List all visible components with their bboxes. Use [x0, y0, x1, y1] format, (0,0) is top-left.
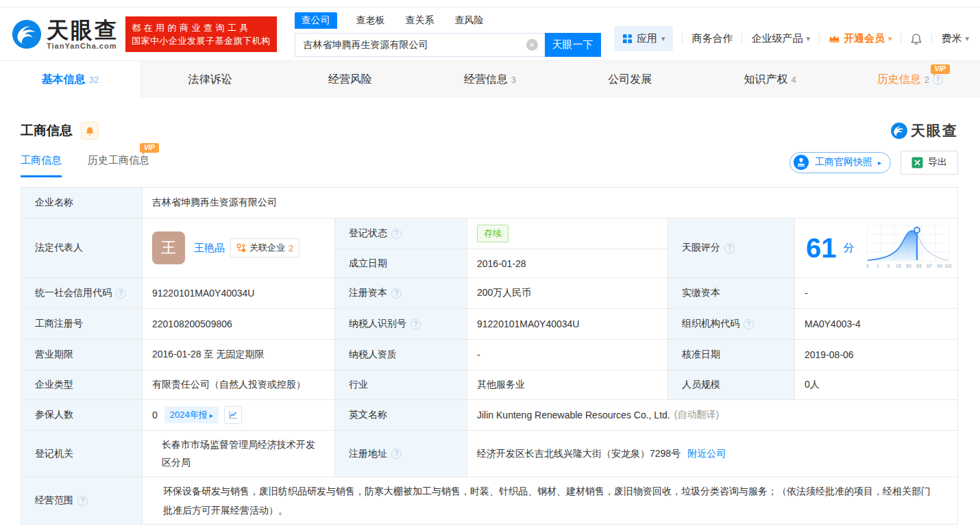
label-text: 纳税人识别号 — [349, 318, 406, 330]
help-icon[interactable]: ? — [744, 319, 754, 329]
field-label-registration-status: 登记状态 ? — [335, 218, 467, 249]
subtab-history-business-info[interactable]: VIP 历史工商信息 — [88, 154, 149, 177]
field-value-registered-address: 经济开发区长吉北线兴隆大街（安龙泉）7298号 附近公司 — [467, 431, 957, 477]
help-icon[interactable]: ? — [77, 496, 88, 506]
search-tab-boss[interactable]: 查老板 — [355, 12, 387, 29]
search-button[interactable]: 天眼一下 — [545, 33, 601, 57]
field-value-legal-representative: 王 王艳晶 关联企业 2 — [143, 218, 335, 278]
tianyancha-logo-icon — [11, 18, 42, 50]
field-value-tianyan-score[interactable]: 61 分 — [795, 218, 957, 278]
label-text: 营业期限 — [35, 349, 73, 361]
clear-search-icon[interactable]: ✕ — [526, 39, 538, 51]
nearby-companies-link[interactable]: 附近公司 — [687, 448, 726, 460]
tab-count: 32 — [88, 75, 98, 85]
section-buttons: 工商官网快照 ▸ 导出 — [789, 151, 958, 175]
paid-capital: - — [805, 288, 808, 299]
tianyancha-logo[interactable]: 天眼查 TianYanCha.com — [11, 18, 119, 50]
search-input[interactable] — [295, 33, 545, 57]
svg-text:100: 100 — [944, 264, 952, 268]
field-value-business-scope: 环保设备研发与销售，废旧纺织品研发与销售，防寒大棚被加工与销售，时装、针织品、钢… — [143, 477, 957, 524]
help-icon[interactable]: ? — [391, 229, 402, 239]
nav-enterprise-products[interactable]: 企业级产品 ▾ — [751, 32, 810, 45]
tab-company-development[interactable]: 公司发展 — [560, 61, 700, 98]
svg-text:50: 50 — [906, 264, 911, 268]
related-companies-badge[interactable]: 关联企业 2 — [230, 238, 299, 257]
nav-biz-cooperation[interactable]: 商务合作 — [691, 32, 733, 45]
field-value-org-code: MA0Y4003-4 — [795, 309, 957, 340]
field-label-business-term: 营业期限 — [21, 340, 143, 370]
field-label-english-name: 英文名称 — [335, 400, 467, 431]
nav-open-vip[interactable]: 开通会员 ▾ — [829, 32, 892, 45]
tab-intellectual-property[interactable]: 知识产权 4 — [700, 61, 840, 98]
field-label-establish-date: 成立日期 — [335, 249, 467, 278]
tab-legal-lawsuits[interactable]: 法律诉讼 — [140, 61, 280, 98]
notification-bell-icon[interactable] — [910, 33, 922, 45]
trend-chart-button[interactable] — [224, 406, 242, 424]
tab-label: 公司发展 — [608, 73, 652, 87]
export-button[interactable]: 导出 — [901, 151, 958, 175]
legal-representative-link[interactable]: 王艳晶 — [194, 242, 225, 255]
apps-menu-button[interactable]: 应用 ▾ — [614, 26, 674, 51]
label-text: 核准日期 — [682, 349, 720, 361]
label-text: 英文名称 — [349, 409, 387, 421]
tab-history-info[interactable]: VIP 历史信息 2 ? — [840, 61, 980, 98]
help-icon[interactable]: ? — [391, 288, 402, 299]
related-count: 2 — [289, 243, 293, 253]
help-icon[interactable]: ? — [391, 449, 402, 459]
report-label: 2024年报 — [170, 409, 208, 421]
field-value-company-name: 吉林省坤腾再生资源有限公司 — [143, 188, 957, 218]
nav-divider — [931, 34, 932, 44]
auto-translate-note: (自动翻译) — [674, 409, 719, 421]
tab-basic-info[interactable]: 基本信息 32 — [0, 61, 140, 98]
top-navigation: 应用 ▾ 商务合作 企业级产品 ▾ 开通会员 ▾ 费米 — [614, 26, 969, 51]
slogan-line1: 都在用的商业查询工具 — [132, 21, 271, 34]
field-label-insured-count: 参保人数 — [21, 400, 143, 431]
org-network-icon — [236, 243, 246, 253]
tab-label: 基本信息 — [41, 73, 85, 87]
help-icon[interactable]: ? — [411, 319, 421, 329]
field-label-staff-size: 人员规模 — [668, 370, 795, 400]
label-text: 人员规模 — [682, 379, 720, 391]
watermark-text: 天眼查 — [911, 121, 958, 140]
official-snapshot-button[interactable]: 工商官网快照 ▸ — [789, 152, 891, 173]
svg-text:85: 85 — [916, 264, 922, 268]
monitor-bell-button[interactable] — [81, 122, 99, 140]
search-tab-risk[interactable]: 查风险 — [454, 12, 485, 29]
nav-user-menu[interactable]: 费米 ▾ — [941, 32, 969, 45]
field-value-taxpayer-quality: - — [467, 340, 668, 370]
tab-label: 历史信息 — [877, 73, 921, 87]
search-tab-company[interactable]: 查公司 — [295, 12, 337, 29]
tab-operation-risk[interactable]: 经营风险 — [280, 61, 420, 98]
insured-count: 0 — [152, 410, 158, 420]
field-value-insured-count: 0 2024年报 ▸ — [143, 400, 335, 431]
field-value-credit-code: 91220101MA0Y40034U — [143, 278, 335, 309]
avatar[interactable]: 王 — [152, 231, 185, 264]
nav-divider — [819, 34, 820, 44]
score-value: 61 — [806, 234, 837, 262]
business-scope: 环保设备研发与销售，废旧纺织品研发与销售，防寒大棚被加工与销售，时装、针织品、钢… — [152, 475, 948, 527]
nav-divider — [901, 34, 901, 44]
label-text: 天眼评分 — [682, 242, 720, 254]
field-value-establish-date: 2016-01-28 — [467, 249, 668, 278]
field-label-industry: 行业 — [335, 370, 467, 400]
export-label: 导出 — [928, 156, 947, 168]
label-text: 行业 — [349, 379, 368, 391]
field-value-industry: 其他服务业 — [467, 370, 668, 400]
excel-icon — [911, 157, 923, 168]
tab-label: 经营信息 — [464, 73, 508, 87]
snapshot-label: 工商官网快照 — [815, 156, 872, 168]
registration-authority: 长春市市场监督管理局经济技术开发区分局 — [152, 431, 325, 476]
subtab-business-info[interactable]: 工商信息 — [21, 154, 62, 177]
logo-text: 天眼查 — [47, 18, 119, 42]
crown-icon — [829, 34, 840, 43]
org-code: MA0Y4003-4 — [805, 318, 861, 329]
field-label-taxpayer-id: 纳税人识别号 ? — [335, 309, 467, 340]
search-tab-relation[interactable]: 查关系 — [404, 12, 436, 29]
help-icon[interactable]: ? — [116, 288, 126, 299]
help-icon[interactable]: ? — [724, 243, 735, 253]
svg-text:97: 97 — [927, 264, 932, 268]
tab-operation-info[interactable]: 经营信息 3 — [420, 61, 560, 98]
enterprise-label: 企业级产品 — [751, 32, 803, 45]
annual-report-badge[interactable]: 2024年报 ▸ — [164, 407, 219, 423]
business-info-table: 企业名称 吉林省坤腾再生资源有限公司 法定代表人 王 王艳晶 关联企业 2 登记… — [21, 187, 958, 525]
